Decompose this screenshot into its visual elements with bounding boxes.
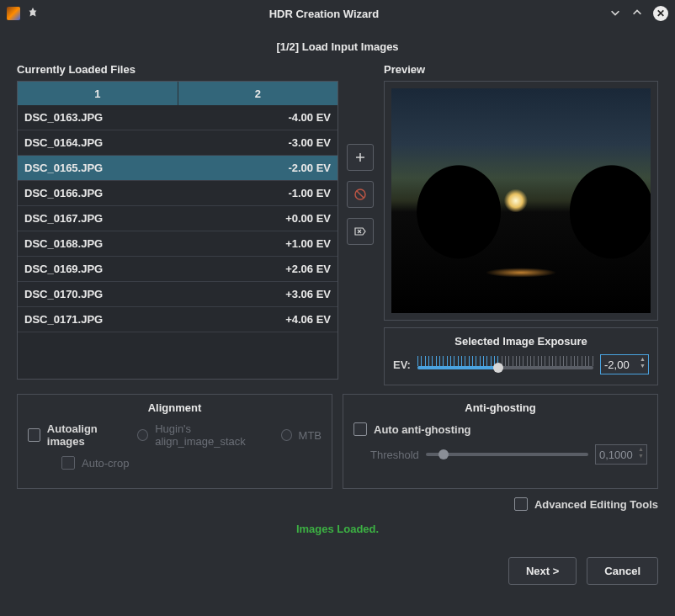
col-header-1[interactable]: 1 [18, 82, 178, 105]
maximize-icon[interactable] [631, 7, 643, 21]
cell-ev: +1.00 EV [178, 231, 338, 256]
minimize-icon[interactable] [609, 7, 621, 21]
table-row[interactable]: DSC_0167.JPG+0.00 EV [18, 206, 338, 231]
table-row[interactable]: DSC_0170.JPG+3.06 EV [18, 282, 338, 307]
autocrop-checkbox [61, 456, 75, 470]
cell-ev: -3.00 EV [178, 130, 338, 155]
auto-antighost-label: Auto anti-ghosting [374, 423, 471, 436]
hugin-label: Hugin's align_image_stack [155, 422, 274, 448]
threshold-label: Threshold [370, 449, 419, 461]
status-text: Images Loaded. [17, 523, 658, 535]
cell-ev: -1.00 EV [178, 181, 338, 205]
mtb-radio [281, 429, 292, 441]
next-button[interactable]: Next > [508, 557, 577, 585]
pin-icon[interactable] [27, 7, 39, 21]
antighost-title: Anti-ghosting [353, 401, 647, 414]
cancel-button[interactable]: Cancel [587, 557, 658, 585]
ev-label: EV: [393, 358, 411, 371]
table-row[interactable]: DSC_0168.JPG+1.00 EV [18, 231, 338, 257]
table-row[interactable]: DSC_0164.JPG-3.00 EV [18, 130, 338, 156]
exposure-panel: Selected Image Exposure EV: -2,00 ▲▼ [384, 327, 658, 385]
table-row[interactable]: DSC_0166.JPG-1.00 EV [18, 181, 338, 206]
close-icon[interactable]: ✕ [653, 6, 668, 21]
table-row[interactable]: DSC_0163.JPG-4.00 EV [18, 105, 338, 130]
cell-filename: DSC_0163.JPG [18, 105, 178, 130]
hugin-radio [137, 429, 148, 441]
files-table: 1 2 DSC_0163.JPG-4.00 EVDSC_0164.JPG-3.0… [17, 81, 338, 380]
cell-filename: DSC_0167.JPG [18, 206, 178, 231]
cell-filename: DSC_0164.JPG [18, 130, 178, 155]
advanced-label: Advanced Editing Tools [534, 498, 658, 511]
ev-slider[interactable] [417, 356, 593, 373]
advanced-checkbox[interactable] [514, 497, 528, 511]
autocrop-label: Auto-crop [82, 457, 129, 470]
ev-spinbox[interactable]: -2,00 ▲▼ [600, 354, 649, 374]
clear-files-button[interactable] [347, 218, 374, 245]
window-title: HDR Creation Wizard [39, 8, 609, 20]
cell-filename: DSC_0165.JPG [18, 156, 178, 180]
table-row[interactable]: DSC_0171.JPG+4.06 EV [18, 307, 338, 332]
threshold-slider [426, 453, 588, 456]
exposure-title: Selected Image Exposure [393, 335, 649, 348]
mtb-label: MTB [299, 429, 322, 442]
preview-label: Preview [384, 63, 658, 76]
cell-filename: DSC_0171.JPG [18, 307, 178, 332]
table-row[interactable]: DSC_0165.JPG-2.00 EV [18, 156, 338, 181]
titlebar: HDR Creation Wizard ✕ [0, 0, 675, 27]
cell-ev: +4.06 EV [178, 307, 338, 332]
col-header-2[interactable]: 2 [178, 82, 338, 105]
remove-file-button[interactable] [347, 181, 374, 208]
app-icon [7, 7, 20, 20]
antighost-panel: Anti-ghosting Auto anti-ghosting Thresho… [343, 394, 658, 489]
preview-frame [384, 81, 658, 321]
table-row[interactable]: DSC_0169.JPG+2.06 EV [18, 257, 338, 282]
cell-ev: +0.00 EV [178, 206, 338, 231]
cell-filename: DSC_0170.JPG [18, 282, 178, 306]
cell-filename: DSC_0168.JPG [18, 231, 178, 256]
cell-ev: -4.00 EV [178, 105, 338, 130]
cell-ev: +3.06 EV [178, 282, 338, 306]
step-title: [1/2] Load Input Images [17, 40, 658, 53]
autoalign-checkbox[interactable] [28, 428, 40, 442]
add-file-button[interactable] [347, 144, 374, 171]
cell-ev: +2.06 EV [178, 257, 338, 281]
auto-antighost-checkbox[interactable] [353, 422, 367, 436]
alignment-title: Alignment [28, 401, 322, 414]
cell-filename: DSC_0169.JPG [18, 257, 178, 281]
alignment-panel: Alignment Autoalign images Hugin's align… [17, 394, 332, 489]
cell-filename: DSC_0166.JPG [18, 181, 178, 205]
preview-image [391, 88, 651, 313]
cell-ev: -2.00 EV [178, 156, 338, 180]
threshold-spinbox: 0,1000 ▲▼ [595, 444, 647, 465]
loaded-files-label: Currently Loaded Files [17, 63, 338, 76]
autoalign-label: Autoalign images [47, 422, 130, 448]
